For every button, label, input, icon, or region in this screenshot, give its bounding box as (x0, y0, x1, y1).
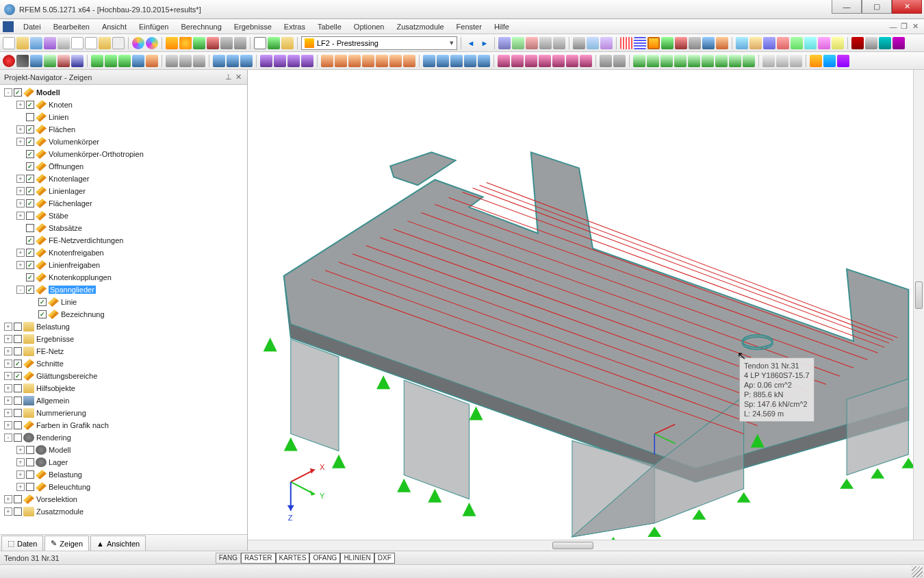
tool-f-icon[interactable] (804, 37, 817, 49)
tree-node[interactable]: +Zusatzmodule (0, 505, 247, 518)
expand-icon[interactable]: + (16, 138, 25, 146)
tree-checkbox[interactable] (26, 470, 34, 479)
star-icon[interactable] (893, 37, 905, 49)
res3-icon[interactable] (525, 55, 537, 67)
tree-checkbox[interactable] (14, 347, 22, 355)
load4-icon[interactable] (362, 55, 374, 67)
solid-icon[interactable] (44, 55, 56, 67)
view-xy-icon[interactable] (498, 37, 511, 49)
box4-icon[interactable] (301, 55, 313, 67)
navigator-tab-zeigen[interactable]: ✎Zeigen (44, 536, 89, 551)
box2-icon[interactable] (274, 55, 286, 67)
expand-icon[interactable]: + (16, 261, 25, 269)
ext7-icon[interactable] (715, 55, 728, 67)
tree-node[interactable]: +FE-Netz (0, 345, 247, 357)
menu-ergebnisse[interactable]: Ergebnisse (229, 21, 277, 32)
tree-checkbox[interactable] (14, 507, 22, 516)
status-toggle-dxf[interactable]: DXF (374, 553, 395, 564)
ext6-icon[interactable] (702, 55, 714, 67)
navigator-tree[interactable]: -Modell+KnotenLinien+Flächen+Volumenkörp… (0, 85, 247, 534)
expand-icon[interactable]: + (4, 372, 12, 380)
tree-checkbox[interactable] (38, 298, 47, 306)
menu-bearbeiten[interactable]: Bearbeiten (48, 21, 95, 32)
collapse-icon[interactable]: - (4, 88, 12, 97)
tree-node[interactable]: +Belastung (0, 321, 247, 333)
tree-node[interactable]: Knotenkopplungen (0, 271, 247, 284)
tree-node[interactable]: +Modell (0, 444, 247, 456)
tree-checkbox[interactable] (38, 310, 47, 318)
loadcase-combo[interactable]: LF2 - Prestressing ▾ (301, 36, 457, 50)
tree-checkbox[interactable] (26, 162, 34, 171)
surf-icon[interactable] (600, 37, 613, 49)
params-icon[interactable] (234, 37, 246, 49)
tool-h-icon[interactable] (832, 37, 844, 49)
menu-tabelle[interactable]: Tabelle (312, 21, 347, 32)
spring-icon[interactable] (146, 55, 158, 67)
expand-icon[interactable]: + (16, 483, 25, 491)
mesh2-icon[interactable] (634, 37, 646, 49)
tree-checkbox[interactable] (26, 138, 34, 146)
tree-checkbox[interactable] (26, 224, 34, 232)
tree-checkbox[interactable] (26, 249, 34, 257)
tree-node[interactable]: +Linienlager (0, 185, 247, 197)
tree-node[interactable]: -Modell (0, 86, 247, 99)
res1-icon[interactable] (498, 55, 510, 67)
mesh3-icon[interactable] (647, 37, 660, 49)
tree-checkbox[interactable] (14, 384, 22, 392)
new-icon[interactable] (3, 37, 15, 49)
misc1-icon[interactable] (600, 55, 612, 67)
ext2-icon[interactable] (647, 55, 659, 67)
expand-icon[interactable]: + (16, 101, 25, 109)
tree-checkbox[interactable] (26, 458, 34, 466)
app-menu-icon[interactable] (3, 21, 14, 32)
render2-icon[interactable] (437, 55, 449, 67)
view-horizontal-scrollbar[interactable] (248, 540, 924, 551)
calc-all-icon[interactable] (179, 37, 192, 49)
tree-checkbox[interactable] (26, 187, 34, 195)
print-icon[interactable] (57, 37, 70, 49)
hinge-icon[interactable] (132, 55, 144, 67)
menu-optionen[interactable]: Optionen (348, 21, 390, 32)
tree-node[interactable]: Bezeichnung (0, 308, 247, 321)
expand-icon[interactable]: + (16, 249, 25, 257)
box3-icon[interactable] (287, 55, 300, 67)
save-as-icon[interactable] (44, 37, 56, 49)
status-toggle-kartes[interactable]: KARTES (276, 553, 310, 564)
tree-node[interactable]: +Lager (0, 456, 247, 468)
toolbox-icon[interactable] (573, 37, 585, 49)
render5-icon[interactable] (478, 55, 490, 67)
prev-lc-icon[interactable]: ◄ (465, 37, 477, 49)
tbl1-icon[interactable] (762, 55, 775, 67)
tree-checkbox[interactable] (26, 113, 34, 121)
anchor-icon[interactable] (879, 37, 891, 49)
ext9-icon[interactable] (743, 55, 755, 67)
load3-icon[interactable] (348, 55, 361, 67)
tree-node[interactable]: -Spannglieder (0, 284, 247, 296)
menu-ansicht[interactable]: Ansicht (97, 21, 132, 32)
expand-icon[interactable]: + (4, 347, 12, 355)
bar-icon[interactable] (57, 55, 70, 67)
mirror-icon[interactable] (240, 55, 253, 67)
menu-berechnung[interactable]: Berechnung (175, 21, 227, 32)
tree-node[interactable]: +Flächen (0, 123, 247, 136)
paste-icon[interactable] (85, 37, 97, 49)
view-iso-icon[interactable] (539, 37, 552, 49)
mdi-minimize-icon[interactable]: — (888, 22, 898, 32)
rotate-icon[interactable] (227, 55, 239, 67)
mdi-close-icon[interactable]: ✕ (910, 22, 920, 32)
tree-checkbox[interactable] (26, 101, 34, 109)
tool-a-icon[interactable] (736, 37, 748, 49)
load2-icon[interactable] (335, 55, 347, 67)
menu-einfügen[interactable]: Einfügen (133, 21, 174, 32)
mesh8-icon[interactable] (716, 37, 728, 49)
expand-icon[interactable]: + (16, 212, 25, 220)
error-icon[interactable] (207, 37, 219, 49)
next-lc-icon[interactable]: ► (478, 37, 491, 49)
support3-icon[interactable] (118, 55, 131, 67)
view-xz-icon[interactable] (512, 37, 524, 49)
tree-node[interactable]: +Hilfsobjekte (0, 382, 247, 394)
menu-fenster[interactable]: Fenster (451, 21, 487, 32)
tool-d-icon[interactable] (777, 37, 789, 49)
tree-checkbox[interactable] (26, 286, 34, 294)
tree-checkbox[interactable] (14, 421, 22, 429)
